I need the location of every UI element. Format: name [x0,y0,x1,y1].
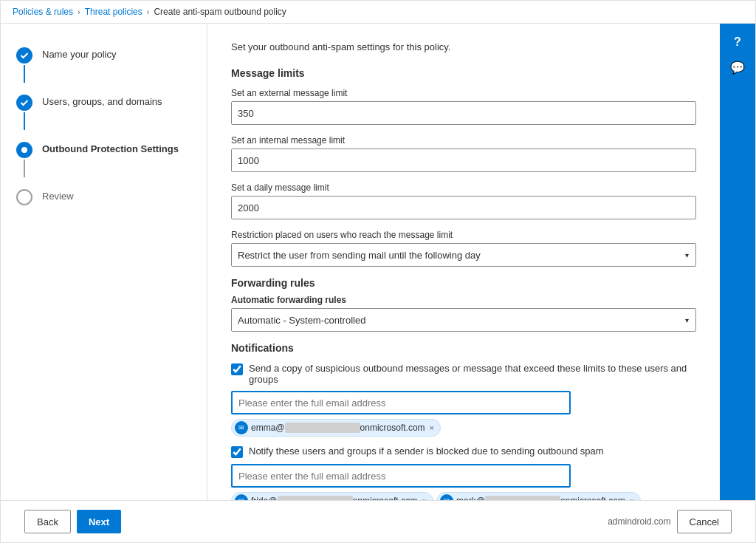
external-limit-label: Set an external message limit [231,88,696,98]
step-label-review: Review [42,189,74,202]
wizard-step-users: Users, groups, and domains [16,89,207,136]
step-line-3 [24,160,25,177]
internal-limit-input[interactable] [231,148,696,172]
back-button[interactable]: Back [24,510,71,533]
breadcrumb-link-policies[interactable]: Policies & rules [13,7,73,17]
forwarding-header: Forwarding rules [231,277,696,289]
email-input-1[interactable] [231,391,571,414]
footer-bar: Back Next admindroid.com Cancel [1,500,755,542]
step-line-1 [24,65,25,83]
daily-limit-input[interactable] [231,196,696,219]
email-input-2[interactable] [231,464,571,488]
internal-limit-label: Set an internal message limit [231,135,696,146]
auto-forward-select[interactable]: Automatic - System-controlled On - Forwa… [231,308,696,332]
cancel-button[interactable]: Cancel [677,510,732,533]
step-label-outbound: Outbound Protection Settings [42,142,179,154]
notification-checkbox-1[interactable] [231,363,243,375]
breadcrumb: Policies & rules › Threat policies › Cre… [1,1,755,24]
next-button[interactable]: Next [77,510,121,533]
tag-icon-frida: ✉ [235,494,248,500]
content-area: Set your outbound anti-spam settings for… [207,24,720,500]
auto-forward-label: Automatic forwarding rules [231,295,696,305]
footer-right: admindroid.com Cancel [608,510,732,533]
step-circle-review [16,189,32,205]
restriction-label: Restriction placed on users who reach th… [231,230,696,240]
tags-row-1: ✉ emma@████████████onmicrosoft.com × [231,419,696,437]
daily-limit-label: Set a daily message limit [231,182,696,193]
step-line-2 [24,112,25,130]
email-tag-emma: ✉ emma@████████████onmicrosoft.com × [231,419,441,437]
external-limit-input[interactable] [231,101,696,125]
step-circle-users [16,95,32,111]
notification-checkbox-label-2: Notify these users and groups if a sende… [249,445,604,457]
email-tag-mark: ✉ mark@████████████onmicrosoft.com × [436,492,641,500]
step-label-name: Name your policy [42,47,116,60]
section-intro: Set your outbound anti-spam settings for… [231,41,696,52]
tags-row-2: ✉ frida@████████████onmicrosoft.com × ✉ … [231,492,696,500]
message-limits-header: Message limits [231,67,696,79]
breadcrumb-current: Create anti-spam outbound policy [154,7,286,17]
restriction-select[interactable]: Restrict the user from sending mail unti… [231,243,696,267]
notifications-header: Notifications [231,342,696,354]
tag-close-emma[interactable]: × [430,423,434,432]
footer-actions-left: Back Next [24,510,121,533]
help-icon[interactable]: ? [734,35,741,49]
step-label-users: Users, groups, and domains [42,95,162,107]
notification-checkbox-row-1: Send a copy of suspicious outbound messa… [231,363,696,385]
step-circle-name [16,47,32,64]
step-circle-outbound [16,142,32,158]
notification-checkbox-row-2: Notify these users and groups if a sende… [231,445,696,458]
wizard-sidebar: Name your policy Users, groups, and doma… [1,24,207,500]
tag-icon-mark: ✉ [440,494,453,500]
chat-icon[interactable]: 💬 [730,61,745,75]
wizard-step-review: Review [16,183,207,211]
wizard-step-name: Name your policy [16,41,207,89]
breadcrumb-sep-2: › [147,7,150,16]
notification-checkbox-label-1: Send a copy of suspicious outbound messa… [249,363,696,385]
breadcrumb-sep-1: › [78,7,80,16]
breadcrumb-link-threat[interactable]: Threat policies [85,7,142,17]
tag-icon-emma: ✉ [235,421,248,434]
notification-checkbox-2[interactable] [231,446,243,458]
right-panel: ? 💬 [720,24,755,500]
tag-email-emma: emma@████████████onmicrosoft.com [251,423,425,433]
email-tag-frida: ✉ frida@████████████onmicrosoft.com × [231,492,433,500]
wizard-step-outbound: Outbound Protection Settings [16,136,207,183]
domain-text: admindroid.com [608,516,670,527]
